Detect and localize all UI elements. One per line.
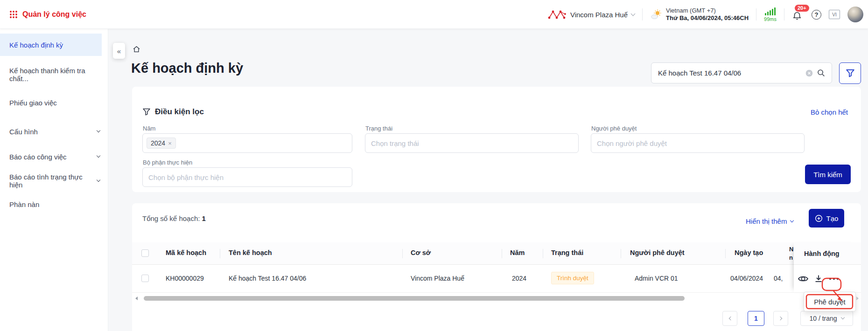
divider [784,8,784,21]
page-size-select[interactable]: 10 / trang [800,311,853,326]
pagination-page-1[interactable]: 1 [748,311,764,326]
sidebar-item-thanh-kiem-tra[interactable]: Kế hoạch thanh kiểm tra chất... [0,63,108,86]
notification-badge: 20+ [795,5,809,12]
pagination-next-button[interactable] [773,311,788,326]
cell-created: 04/06/2024 [730,275,763,282]
plus-circle-icon [815,214,823,222]
scroll-right-arrow[interactable] [856,297,859,300]
timezone-block: Vietnam (GMT +7) Thứ Ba, 04/06/2024, 05:… [650,7,749,22]
funnel-icon [846,69,855,78]
latency-value: 99ms [764,16,777,22]
column-co-so[interactable]: Cơ sở [411,249,431,256]
table-row[interactable]: KH00000029 Kế hoạch Test 16.47 04/06 Vin… [132,265,861,293]
app-title: Quản lý công việc [22,10,86,19]
scrollbar-thumb[interactable] [144,296,685,301]
sidebar-item-label: Phàn nàn [9,200,39,208]
collapse-icon: « [117,47,121,55]
latency-indicator: 99ms [764,7,777,22]
download-icon [814,274,823,283]
department-select[interactable] [142,167,352,187]
cell-name: Kế hoạch Test 16.47 04/06 [229,275,306,282]
sidebar: Kế hoạch định kỳ Kế hoạch thanh kiểm tra… [0,29,108,331]
sidebar-item-phieu-giao-viec[interactable]: Phiếu giao việc [0,91,108,114]
column-divider [220,249,220,258]
column-ma-ke-hoach[interactable]: Mã kế hoạch [166,249,206,256]
language-switcher[interactable]: VI [829,10,840,19]
global-search [651,62,832,83]
view-action-button[interactable] [798,273,809,284]
app-root: Quản lý công việc Vincom Plaza Huế [0,0,868,331]
breadcrumb-home-icon[interactable] [132,45,141,54]
remove-tag-icon[interactable]: × [168,140,172,147]
sidebar-item-phan-nan[interactable]: Phàn nàn [0,193,108,215]
total-count: Tổng số kế hoạch: 1 [142,214,206,222]
year-tag-value: 2024 [151,139,165,147]
create-button-label: Tạo [826,214,839,222]
chevron-down-icon [840,316,844,319]
chevron-down-icon [790,218,794,222]
approver-label: Người phê duyệt [591,125,637,132]
select-all-checkbox[interactable] [141,249,149,257]
sidebar-item-label: Kế hoạch định kỳ [9,41,63,49]
user-avatar[interactable] [847,7,863,22]
search-icon[interactable] [817,69,826,77]
more-actions-button[interactable] [828,277,840,281]
sidebar-item-ke-hoach-dinh-ky[interactable]: Kế hoạch định kỳ [0,34,102,56]
column-hanh-dong: Hành động [804,250,840,257]
sidebar-item-label: Kế hoạch thanh kiểm tra chất... [9,67,100,83]
scroll-left-arrow[interactable] [135,297,138,300]
year-select[interactable]: 2024 × [142,133,352,153]
help-button[interactable]: ? [812,10,821,20]
pagination-prev-button[interactable] [722,311,737,326]
chevron-down-icon [97,178,100,182]
eye-icon [798,273,809,284]
column-ngay-tao[interactable]: Ngày tạo [735,249,763,256]
department-label: Bộ phận thực hiện [143,159,192,166]
show-more-label: Hiển thị thêm [746,217,787,225]
column-divider [502,249,502,258]
chevron-left-icon [728,317,732,320]
search-input[interactable] [651,69,805,77]
status-label: Trạng thái [365,125,392,132]
clear-search-icon[interactable] [805,69,813,77]
app-launcher-icon[interactable] [9,10,18,19]
column-divider [725,249,726,258]
site-selector[interactable]: Vincom Plaza Huế [548,9,635,20]
search-submit-button[interactable]: Tìm kiếm [805,165,851,184]
column-trang-thai[interactable]: Trạng thái [551,249,583,256]
row-checkbox[interactable] [141,275,149,282]
approver-select[interactable] [591,133,805,153]
chevron-down-icon [631,11,636,16]
total-count-label: Tổng số kế hoạch: [142,214,200,222]
datetime-label: Thứ Ba, 04/06/2024, 05:46CH [666,14,749,22]
cell-clipped: 04, [774,275,788,282]
column-nguoi-phe-duyet[interactable]: Người phê duyệt [630,249,685,256]
approve-menu-item[interactable]: Phê duyệt [804,292,856,311]
download-action-button[interactable] [814,274,823,283]
chevron-right-icon [778,317,782,320]
page-size-value: 10 / trang [809,315,837,322]
ellipsis-icon [828,277,840,281]
question-glyph: ? [815,11,819,18]
sidebar-item-label: Báo cáo tình trạng thực hiện [9,173,97,189]
brand: Quản lý công việc [9,0,86,29]
column-ten-ke-hoach[interactable]: Tên kế hoạch [229,249,272,256]
chevron-down-icon [97,154,100,158]
status-select[interactable] [365,133,579,153]
sidebar-item-label: Cấu hình [9,128,38,136]
sidebar-item-bao-cao-cong-viec[interactable]: Báo cáo công việc [0,145,108,168]
notifications-button[interactable]: 20+ [792,7,804,21]
filter-toggle-button[interactable] [839,62,861,84]
sidebar-collapse-button[interactable]: « [113,43,125,59]
sidebar-item-cau-hinh[interactable]: Cấu hình [0,120,108,143]
bell-icon [792,11,802,21]
sidebar-item-label: Báo cáo công việc [9,153,67,161]
sidebar-item-label: Phiếu giao việc [9,99,57,107]
column-nam[interactable]: Năm [510,249,525,256]
create-button[interactable]: Tạo [809,209,844,228]
cell-year: 2024 [512,275,526,282]
show-more-link[interactable]: Hiển thị thêm [746,217,793,225]
column-divider [402,249,403,258]
sidebar-item-bao-cao-tinh-trang[interactable]: Báo cáo tình trạng thực hiện [0,170,108,192]
clear-all-link[interactable]: Bỏ chọn hết [811,108,848,116]
